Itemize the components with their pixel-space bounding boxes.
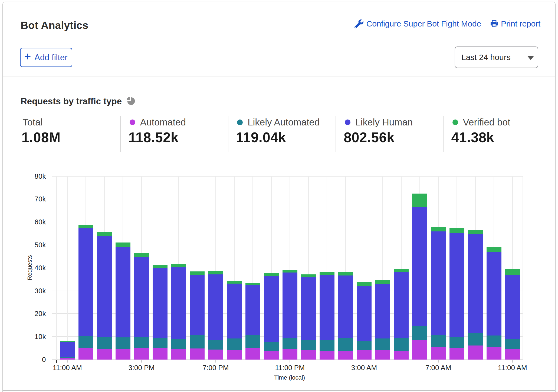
y-tick-label: 20k: [16, 309, 46, 318]
time-range-value: Last 24 hours: [461, 53, 511, 62]
stat-total-value: 1.08M: [22, 129, 61, 145]
bar-segment[interactable]: [283, 349, 297, 360]
header-links: Configure Super Bot Fight Mode Print rep…: [355, 19, 540, 28]
y-tick-label: 0: [16, 355, 46, 364]
bar-segment[interactable]: [153, 348, 168, 360]
bot-analytics-card: Bot Analytics Configure Super Bot Fight …: [2, 2, 556, 392]
bar-segment[interactable]: [375, 350, 390, 360]
bar-segment[interactable]: [487, 347, 501, 360]
pie-chart-icon: [126, 97, 135, 107]
bar-segment[interactable]: [468, 346, 483, 360]
plot-area: 010k20k30k40k50k60k70k80k11:00 AM3:00 PM…: [52, 176, 523, 360]
bar-segment[interactable]: [301, 350, 316, 360]
bar-segment[interactable]: [60, 358, 75, 360]
x-gridline: [67, 176, 68, 360]
add-filter-button[interactable]: Add filter: [20, 48, 72, 67]
stat-likely-automated-label: Likely Automated: [248, 117, 320, 128]
bar-segment[interactable]: [171, 349, 186, 360]
bar-segment[interactable]: [449, 348, 464, 360]
stat-likely-human-label: Likely Human: [355, 117, 413, 128]
x-tick: [215, 360, 216, 363]
bar-segment[interactable]: [190, 348, 205, 360]
bottom-divider: [3, 390, 555, 391]
x-tick: [141, 360, 142, 363]
stat-divider: [443, 116, 444, 152]
x-gridline: [56, 176, 57, 360]
stat-divider: [336, 116, 336, 152]
automated-dot: [130, 119, 135, 125]
bar-segment[interactable]: [505, 349, 520, 360]
x-tick-label: 3:00 PM: [128, 364, 155, 372]
verified-bot-dot: [452, 119, 458, 125]
bar-segment[interactable]: [431, 347, 446, 360]
bar-segment[interactable]: [357, 350, 372, 360]
stat-verified-bot-label: Verified bot: [463, 117, 510, 128]
bar-segment[interactable]: [412, 340, 427, 360]
bar-segment[interactable]: [338, 351, 353, 360]
stat-verified-bot-value: 41.38k: [451, 129, 510, 145]
bar-segment[interactable]: [264, 351, 279, 360]
stat-automated: Automated 118.52k: [130, 115, 186, 145]
bar-segment[interactable]: [78, 348, 93, 360]
plus-icon: [24, 52, 32, 63]
print-link-label: Print report: [501, 19, 540, 28]
bar-segment[interactable]: [245, 348, 260, 360]
y-tick-label: 60k: [16, 218, 46, 226]
header-divider: [3, 77, 555, 77]
bar-segment[interactable]: [227, 350, 242, 360]
stat-verified-bot: Verified bot 41.38k: [452, 115, 510, 145]
x-tick-label: 3:00 AM: [351, 364, 377, 372]
y-tick-label: 70k: [16, 195, 46, 203]
stat-likely-human: Likely Human 802.56k: [345, 115, 413, 145]
stat-divider: [228, 116, 228, 152]
y-tick-label: 30k: [16, 287, 46, 295]
printer-icon: [490, 20, 498, 28]
stat-likely-automated-value: 119.04k: [236, 129, 320, 145]
configure-link-label: Configure Super Bot Fight Mode: [366, 19, 481, 28]
print-report-link[interactable]: Print report: [490, 19, 540, 28]
x-gridline: [523, 176, 523, 360]
bar-segment[interactable]: [97, 349, 112, 360]
section-title: Requests by traffic type: [21, 96, 122, 107]
bar-segment[interactable]: [320, 351, 334, 360]
stat-likely-human-value: 802.56k: [344, 129, 413, 145]
section-title-row: Requests by traffic type: [21, 96, 135, 107]
page-title: Bot Analytics: [21, 19, 88, 31]
x-tick: [290, 360, 290, 363]
x-tick: [438, 360, 439, 363]
x-tick-label: 11:00 PM: [275, 364, 305, 372]
x-tick: [512, 360, 513, 363]
bar-segment[interactable]: [208, 350, 223, 360]
likely-automated-dot: [237, 119, 243, 125]
stat-automated-value: 118.52k: [129, 129, 186, 145]
stat-likely-automated: Likely Automated 119.04k: [237, 115, 320, 145]
stat-total-label: Total: [23, 117, 43, 128]
chevron-down-icon: [527, 56, 534, 60]
stat-divider: [120, 116, 121, 152]
x-tick: [67, 360, 68, 363]
stats-row: Total 1.08M Automated 118.52k Likely Aut…: [3, 115, 555, 155]
x-tick: [364, 360, 364, 363]
time-range-select[interactable]: Last 24 hours: [455, 46, 538, 68]
y-axis-title: Requests: [26, 255, 33, 280]
wrench-icon: [355, 19, 363, 28]
stat-total: Total 1.08M: [23, 115, 61, 145]
x-axis-origin-tick: [56, 360, 57, 363]
add-filter-label: Add filter: [34, 53, 67, 62]
bar-segment[interactable]: [134, 348, 149, 360]
x-tick-label: 7:00 AM: [425, 364, 451, 372]
y-tick-label: 10k: [16, 332, 46, 341]
bar-segment[interactable]: [394, 351, 409, 360]
stat-automated-label: Automated: [140, 117, 186, 128]
likely-human-dot: [345, 119, 350, 125]
bar-segment[interactable]: [116, 349, 130, 360]
configure-super-bot-fight-mode-link[interactable]: Configure Super Bot Fight Mode: [355, 19, 481, 28]
y-tick-label: 50k: [16, 241, 46, 249]
x-axis-title: Time (local): [274, 374, 305, 381]
x-tick-label: 11:00 AM: [498, 364, 527, 372]
x-tick-label: 7:00 PM: [203, 364, 229, 372]
x-tick-label: 11:00 AM: [53, 364, 82, 372]
y-tick-label: 80k: [16, 172, 46, 181]
